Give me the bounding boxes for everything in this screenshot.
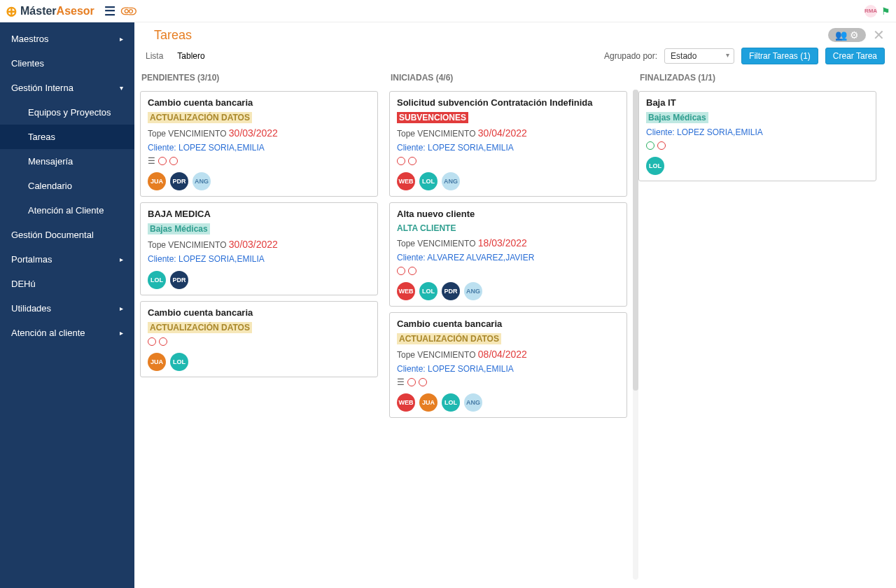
sidebar-item-atencion-cliente[interactable]: Atención al cliente▸ bbox=[0, 321, 134, 345]
task-card[interactable]: Baja ITBajas MédicasCliente: LOPEZ SORIA… bbox=[638, 91, 876, 181]
app-icon[interactable]: ⟃⟄ bbox=[121, 4, 136, 19]
card-avatars: LOLPDR bbox=[148, 271, 370, 289]
card-client: Cliente: ALVAREZ ALVAREZ,JAVIER bbox=[397, 253, 620, 262]
card-avatars: WEBLOLPDRANG bbox=[397, 282, 620, 300]
card-tag: ACTUALIZACIÓN DATOS bbox=[397, 333, 501, 344]
status-circle-icon bbox=[408, 157, 416, 165]
task-card[interactable]: Cambio cuenta bancariaACTUALIZACIÓN DATO… bbox=[389, 312, 627, 418]
board-column: FINALIZADAS (1/1)Baja ITBajas MédicasCli… bbox=[638, 70, 876, 418]
task-card[interactable]: Cambio cuenta bancariaACTUALIZACIÓN DATO… bbox=[140, 91, 378, 197]
avatar[interactable]: LOL bbox=[442, 393, 460, 412]
avatar[interactable]: PDR bbox=[170, 271, 188, 289]
gear-icon: ⚙ bbox=[850, 29, 859, 41]
sidebar-item-clientes[interactable]: Clientes bbox=[0, 51, 134, 76]
page-title: Tareas bbox=[154, 28, 192, 43]
list-icon: ☰ bbox=[148, 157, 155, 165]
close-icon[interactable]: ✕ bbox=[873, 27, 885, 43]
card-client: Cliente: LOPEZ SORIA,EMILIA bbox=[397, 143, 620, 153]
task-card[interactable]: BAJA MEDICABajas MédicasTope VENCIMIENTO… bbox=[140, 202, 378, 295]
card-status-icons bbox=[646, 141, 869, 150]
sidebar-sub-mensajeria[interactable]: Mensajería bbox=[0, 149, 134, 174]
avatar[interactable]: PDR bbox=[442, 282, 460, 300]
sidebar-sub-tareas[interactable]: Tareas bbox=[0, 125, 134, 149]
card-tag: Bajas Médicas bbox=[646, 112, 708, 123]
card-status-icons bbox=[397, 267, 620, 275]
chevron-down-icon: ▾ bbox=[120, 84, 123, 92]
avatar[interactable]: WEB bbox=[397, 393, 415, 412]
menu-toggle-icon[interactable]: ☰ bbox=[104, 4, 115, 19]
status-circle-icon bbox=[397, 157, 405, 165]
sidebar-item-dehu[interactable]: DEHú bbox=[0, 272, 134, 296]
avatar[interactable]: ANG bbox=[464, 282, 482, 300]
card-tag: ALTA CLIENTE bbox=[397, 223, 620, 233]
card-due: Tope VENCIMIENTO 30/03/2022 bbox=[148, 239, 370, 250]
avatar[interactable]: PDR bbox=[170, 172, 188, 190]
card-status-icons bbox=[148, 337, 370, 346]
kanban-board: PENDIENTES (3/10)Cambio cuenta bancariaA… bbox=[134, 70, 896, 429]
scrollbar-thumb[interactable] bbox=[633, 90, 638, 391]
user-badge[interactable]: RMA bbox=[864, 5, 877, 18]
list-icon: ☰ bbox=[397, 378, 405, 386]
avatar[interactable]: ANG bbox=[192, 172, 211, 190]
flag-icon[interactable]: ⚑ bbox=[881, 6, 890, 17]
sidebar-item-utilidades[interactable]: Utilidades▸ bbox=[0, 296, 134, 321]
column-header: FINALIZADAS (1/1) bbox=[638, 70, 876, 85]
card-tag: ACTUALIZACIÓN DATOS bbox=[148, 322, 252, 333]
avatar[interactable]: LOL bbox=[646, 157, 664, 175]
card-due: Tope VENCIMIENTO 30/04/2022 bbox=[397, 127, 620, 139]
card-avatars: WEBJUALOLANG bbox=[397, 393, 620, 412]
avatar[interactable]: LOL bbox=[419, 172, 438, 190]
sidebar-sub-equipos[interactable]: Equipos y Proyectos bbox=[0, 100, 134, 125]
sidebar-item-gestion-interna[interactable]: Gestión Interna▾ bbox=[0, 76, 134, 100]
column-header: INICIADAS (4/6) bbox=[389, 70, 627, 85]
create-task-button[interactable]: Crear Tarea bbox=[825, 48, 885, 64]
avatar[interactable]: JUA bbox=[419, 393, 438, 412]
sidebar-item-maestros[interactable]: Maestros▸ bbox=[0, 27, 134, 51]
chevron-right-icon: ▸ bbox=[120, 329, 123, 337]
board-column: INICIADAS (4/6)Solicitud subvención Cont… bbox=[389, 70, 627, 418]
groupby-select[interactable]: Estado bbox=[664, 48, 734, 64]
avatar[interactable]: LOL bbox=[419, 282, 438, 300]
card-title: Baja IT bbox=[646, 97, 869, 108]
topbar: ⊕ MásterAsesor ☰ ⟃⟄ RMA ⚑ bbox=[0, 0, 896, 22]
sidebar-item-portalmas[interactable]: Portalmas▸ bbox=[0, 247, 134, 272]
header-action-button[interactable]: 👥⚙ bbox=[828, 28, 866, 42]
status-circle-icon bbox=[397, 267, 405, 275]
card-client: Cliente: LOPEZ SORIA,EMILIA bbox=[646, 127, 869, 137]
logo-icon: ⊕ bbox=[6, 3, 18, 20]
sidebar-item-gestion-documental[interactable]: Gestión Documental bbox=[0, 223, 134, 247]
task-card[interactable]: Alta nuevo clienteALTA CLIENTETope VENCI… bbox=[389, 202, 627, 307]
status-circle-icon bbox=[169, 157, 178, 165]
avatar[interactable]: JUA bbox=[148, 353, 166, 371]
chevron-right-icon: ▸ bbox=[120, 35, 123, 43]
sidebar-sub-atencion[interactable]: Atención al Cliente bbox=[0, 198, 134, 223]
card-client: Cliente: LOPEZ SORIA,EMILIA bbox=[397, 364, 620, 374]
card-client: Cliente: LOPEZ SORIA,EMILIA bbox=[148, 143, 370, 153]
avatar[interactable]: ANG bbox=[464, 393, 482, 412]
avatar[interactable]: ANG bbox=[442, 172, 460, 190]
avatar[interactable]: LOL bbox=[170, 353, 188, 371]
status-circle-icon bbox=[407, 378, 416, 386]
avatar[interactable]: LOL bbox=[148, 271, 166, 289]
brand-part2: Asesor bbox=[57, 5, 94, 17]
topbar-icons: ☰ ⟃⟄ bbox=[104, 4, 136, 19]
avatar[interactable]: WEB bbox=[397, 282, 415, 300]
avatar[interactable]: WEB bbox=[397, 172, 415, 190]
card-title: BAJA MEDICA bbox=[148, 209, 370, 219]
tab-lista[interactable]: Lista bbox=[146, 51, 163, 61]
task-card[interactable]: Solicitud subvención Contratación Indefi… bbox=[389, 91, 627, 197]
chevron-right-icon: ▸ bbox=[120, 255, 123, 263]
tab-tablero[interactable]: Tablero bbox=[177, 51, 204, 61]
logo: ⊕ MásterAsesor bbox=[6, 3, 94, 20]
avatar[interactable]: JUA bbox=[148, 172, 166, 190]
card-avatars: JUAPDRANG bbox=[148, 172, 370, 190]
filter-button[interactable]: Filtrar Tareas (1) bbox=[741, 48, 818, 64]
card-title: Cambio cuenta bancaria bbox=[148, 97, 370, 108]
status-circle-icon bbox=[159, 337, 167, 346]
card-title: Cambio cuenta bancaria bbox=[148, 307, 370, 318]
card-due: Tope VENCIMIENTO 30/03/2022 bbox=[148, 127, 370, 139]
task-card[interactable]: Cambio cuenta bancariaACTUALIZACIÓN DATO… bbox=[140, 301, 378, 377]
status-circle-icon bbox=[646, 141, 654, 150]
card-avatars: JUALOL bbox=[148, 353, 370, 371]
sidebar-sub-calendario[interactable]: Calendario bbox=[0, 174, 134, 198]
